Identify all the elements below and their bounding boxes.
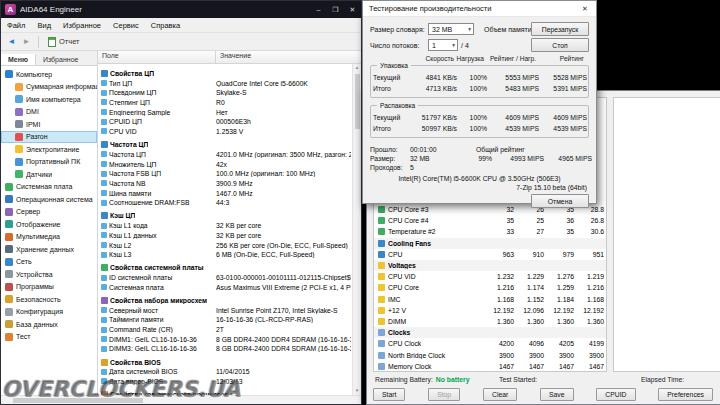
grid-row[interactable]: Частота NB3900.9 MHz: [98, 179, 351, 189]
field-value: 12/03/13: [216, 378, 351, 385]
sensor-row: Memory Clock1467146714671467: [374, 361, 606, 372]
sidebar-item[interactable]: Сеть: [1, 256, 97, 269]
grid-row[interactable]: DIMM1: GeIL CL16-16-16-368 GB DDR4-2400 …: [98, 334, 351, 344]
start-button[interactable]: Start: [373, 388, 405, 401]
sidebar-tab[interactable]: Избранное: [36, 54, 85, 65]
grid-row[interactable]: Дата видео-BIOS12/03/13: [98, 377, 351, 387]
sidebar-item[interactable]: Суммарная информация: [1, 81, 97, 94]
grid-row[interactable]: Соотношение DRAM:FSB44:3: [98, 198, 351, 208]
grid-row[interactable]: Системная платаAsus Maximus VIII Extreme…: [98, 282, 351, 292]
sidebar-item[interactable]: IPMI: [1, 118, 97, 131]
sidebar-item[interactable]: База данных: [1, 318, 97, 331]
column-header-value[interactable]: Значение: [216, 51, 361, 63]
sidebar-item[interactable]: Мультимедиа: [1, 231, 97, 244]
status-row: Remaining Battery: No battery Test Start…: [375, 376, 720, 387]
sidebar-item[interactable]: Программы: [1, 281, 97, 294]
grid-row[interactable]: Кэш L1 кода32 KB per core: [98, 221, 351, 231]
dictionary-size-select[interactable]: 32 MB: [428, 23, 474, 35]
grid-row[interactable]: Шина памяти1467.0 MHz: [98, 188, 351, 198]
threads-row: Число потоков: 1 / 4 Стоп: [370, 38, 589, 52]
grid-row[interactable]: Степпинг ЦПR0: [98, 98, 351, 108]
menu-item[interactable]: Сервис: [107, 21, 145, 30]
threads-select[interactable]: 1: [428, 39, 458, 51]
sidebar-item[interactable]: Электропитание: [1, 143, 97, 156]
grid-row[interactable]: Engineering SampleНет: [98, 107, 351, 117]
menu-item[interactable]: Избранное: [57, 21, 107, 30]
grid-row[interactable]: Кэш L1 данных32 KB per core: [98, 231, 351, 241]
vertical-scrollbar[interactable]: [352, 64, 361, 395]
sidebar-item[interactable]: Конфигурация: [1, 306, 97, 319]
grid-row[interactable]: CPUID ЦП000506E3h: [98, 117, 351, 127]
sidebar-tab[interactable]: Меню: [1, 54, 36, 65]
sidebar-item[interactable]: Портативный ПК: [1, 156, 97, 169]
sidebar-item[interactable]: DMI: [1, 106, 97, 119]
field-cell: Степпинг ЦП: [98, 99, 216, 106]
window-controls: – ❐ ✕: [310, 1, 361, 18]
restart-button[interactable]: Перезапуск: [531, 22, 589, 36]
stop-button[interactable]: Стоп: [531, 38, 589, 52]
grid-row[interactable]: ID системной платы63-0100-000001-0010111…: [98, 273, 351, 283]
preferences-button[interactable]: Preferences: [658, 388, 713, 401]
sidebar-item[interactable]: Компьютер: [1, 68, 97, 81]
sidebar-item[interactable]: Безопасность: [1, 293, 97, 306]
sidebar-item[interactable]: Тест: [1, 331, 97, 344]
sidebar-item[interactable]: Сервер: [1, 206, 97, 219]
sidebar-item[interactable]: Отображение: [1, 218, 97, 231]
grid-row[interactable]: Кэш L36 MB (On-Die, ECC, Full-Speed): [98, 250, 351, 260]
maximize-button[interactable]: ❐: [327, 1, 344, 18]
vscroll-thumb[interactable]: [355, 74, 360, 129]
sidebar-item[interactable]: Хранение данных: [1, 243, 97, 256]
report-button[interactable]: Отчет: [44, 36, 84, 48]
clear-button[interactable]: Clear: [483, 388, 517, 401]
temperature-icon: [378, 228, 385, 235]
hscroll-thumb[interactable]: [13, 398, 143, 403]
close-button[interactable]: ✕: [344, 1, 361, 18]
grid-row[interactable]: Тайминги памяти16-16-16-36 (CL-RCD-RP-RA…: [98, 315, 351, 325]
grid-row[interactable]: CPU VID1.2538 V: [98, 127, 351, 137]
grid-row[interactable]: Северный мостIntel Sunrise Point Z170, I…: [98, 305, 351, 315]
sidebar-item[interactable]: Операционная система: [1, 193, 97, 206]
cpuid-button[interactable]: CPUID: [596, 388, 635, 401]
sidebar-item[interactable]: Устройства: [1, 268, 97, 281]
grid-row[interactable]: Дата системной BIOS11/04/2015: [98, 367, 351, 377]
total-rating-norm: 4993 MIPS: [492, 155, 544, 162]
grid-row[interactable]: Кэш L2256 KB per core (On-Die, ECC, Full…: [98, 240, 351, 250]
menu-item[interactable]: Файл: [1, 21, 31, 30]
voltage-icon: [378, 284, 385, 291]
cancel-button[interactable]: Отмена: [531, 194, 589, 208]
field-cell: Кэш L2: [98, 242, 216, 249]
sidebar-item[interactable]: Разгон: [1, 131, 97, 144]
horizontal-scrollbar[interactable]: [1, 395, 361, 404]
sidebar-item[interactable]: Системная плата: [1, 181, 97, 194]
rating-value: 4539 MIPS: [539, 125, 587, 132]
forward-icon[interactable]: ►: [20, 37, 33, 46]
back-icon[interactable]: ◄: [5, 37, 18, 46]
main-content: МенюИзбранное КомпьютерСуммарная информа…: [1, 51, 361, 395]
speed-value: 4713 KB/s: [409, 85, 457, 92]
grid-row[interactable]: Command Rate (CR)2T: [98, 325, 351, 335]
grid-row[interactable]: DIMM3: GeIL CL16-16-16-368 GB DDR4-2400 …: [98, 344, 351, 354]
info-panel: Поле Значение Свойства ЦПТип ЦПQuadCore …: [98, 51, 361, 395]
save-button[interactable]: Save: [540, 388, 574, 401]
column-spacer: [370, 55, 406, 62]
sidebar-item[interactable]: Датчики: [1, 168, 97, 181]
security-icon: [5, 295, 13, 303]
battery-status-group: Remaining Battery: No battery: [375, 376, 469, 383]
field-name: Частота NB: [109, 180, 146, 187]
size-value: 32 MB: [410, 155, 462, 162]
grid-row[interactable]: Тип ЦПQuadCore Intel Core i5-6600K: [98, 78, 351, 88]
sidebar-item[interactable]: Имя компьютера: [1, 93, 97, 106]
menu-item[interactable]: Вид: [31, 21, 57, 30]
minimize-button[interactable]: –: [310, 1, 327, 18]
column-header-field[interactable]: Поле: [98, 51, 216, 63]
grid-row[interactable]: Частота FSB ЦП100.0 MHz (оригинал: 100 M…: [98, 169, 351, 179]
grid-row[interactable]: Псевдоним ЦПSkylake-S: [98, 88, 351, 98]
menu-item[interactable]: Справка: [145, 21, 186, 30]
sensor-label: CPU VID: [388, 273, 484, 280]
grid-row[interactable]: Множитель ЦП42x: [98, 159, 351, 169]
benchmark-titlebar[interactable]: Тестирование производительности ✕: [363, 1, 596, 17]
stop-button[interactable]: Stop: [428, 388, 460, 401]
main-titlebar[interactable]: A AIDA64 Engineer – ❐ ✕: [1, 1, 361, 18]
grid-row[interactable]: Частота ЦП4201.0 MHz (оригинал: 3500 MHz…: [98, 150, 351, 160]
benchmark-close-icon[interactable]: ✕: [574, 1, 596, 16]
